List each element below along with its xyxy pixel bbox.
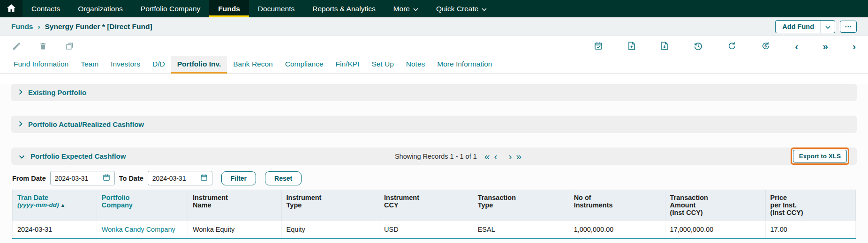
last-page-icon[interactable]: » (516, 151, 522, 161)
from-date-label: From Date (12, 175, 46, 182)
table-header-row: Tran Date (yyyy-mm-dd)▲ Portfolio Compan… (13, 190, 856, 221)
page-title: Synergy Funder * [Direct Fund] (45, 22, 152, 31)
sync-icon[interactable] (727, 41, 737, 51)
col-header-portfolio-company[interactable]: Portfolio Company (97, 190, 188, 221)
section-actual-realized-cashflow[interactable]: Portfolio Actual/Realized Cashflow (11, 116, 857, 133)
cell-instrument-type: Equity (281, 221, 379, 239)
nav-item-portfolio-company[interactable]: Portfolio Company (132, 0, 210, 17)
from-date-input[interactable]: 2024-03-31 (50, 171, 115, 185)
col-header-instrument-name[interactable]: Instrument Name (188, 190, 281, 221)
tab-notes[interactable]: Notes (400, 56, 431, 74)
breadcrumb-funds-link[interactable]: Funds (11, 22, 33, 31)
tab-compliance[interactable]: Compliance (279, 56, 330, 74)
edit-icon[interactable] (12, 42, 21, 51)
nav-item-organizations[interactable]: Organizations (69, 0, 132, 17)
tab-set-up[interactable]: Set Up (365, 56, 400, 74)
col-header-instrument-ccy[interactable]: Instrument CCY (379, 190, 473, 221)
tab-more-information[interactable]: More Information (431, 56, 498, 74)
cell-tran-date: 2024-03-31 (13, 221, 97, 239)
tab-bank-recon[interactable]: Bank Recon (227, 56, 279, 74)
tab-portfolio-inv[interactable]: Portfolio Inv. (171, 56, 227, 74)
cell-transaction-type: ESAL (473, 221, 569, 239)
navigate-previous-icon[interactable]: ‹ (795, 41, 798, 51)
reset-button[interactable]: Reset (265, 171, 302, 185)
section-title[interactable]: Portfolio Expected Cashflow (30, 152, 126, 160)
pager: « ‹ › » (484, 151, 521, 161)
cell-no-of-instruments: 1,000,000.00 (569, 221, 665, 239)
nav-item-contacts[interactable]: Contacts (23, 0, 69, 17)
next-page-icon[interactable]: › (509, 151, 512, 161)
history-icon[interactable] (693, 41, 703, 51)
fund-tabs: Fund Information Team Investors D/D Port… (0, 56, 868, 74)
col-header-transaction-amount[interactable]: Transaction Amount (Inst CCY) (665, 190, 765, 221)
top-nav: Contacts Organizations Portfolio Company… (0, 0, 868, 17)
to-date-input[interactable]: 2024-03-31 (148, 171, 212, 185)
chevron-down-icon[interactable] (19, 152, 25, 161)
sort-asc-icon[interactable]: ▲ (60, 202, 66, 208)
cashflow-filter-row: From Date 2024-03-31 To Date 2024-03-31 … (12, 171, 856, 185)
calendar-icon[interactable] (103, 174, 110, 183)
calendar-icon[interactable] (200, 174, 208, 183)
cell-instrument-name: Wonka Equity (188, 221, 281, 239)
portfolio-inv-content: Existing Portfolio Portfolio Actual/Real… (0, 84, 868, 243)
breadcrumb-actions: Add Fund ⋯ (775, 20, 857, 33)
first-page-icon[interactable]: « (484, 151, 490, 161)
col-header-tran-date[interactable]: Tran Date (yyyy-mm-dd)▲ (13, 190, 97, 221)
expected-cashflow-table: Tran Date (yyyy-mm-dd)▲ Portfolio Compan… (12, 190, 856, 239)
popout-icon[interactable] (65, 42, 74, 51)
filter-button[interactable]: Filter (221, 171, 256, 185)
chevron-down-icon (413, 5, 418, 13)
cell-instrument-ccy: USD (379, 221, 473, 239)
chevron-down-icon (482, 5, 487, 13)
nav-item-more[interactable]: More (385, 0, 427, 17)
nav-item-quick-create[interactable]: Quick Create (427, 0, 496, 17)
tab-fund-information[interactable]: Fund Information (8, 56, 75, 74)
cell-price-per-inst: 17.00 (765, 221, 855, 239)
table-row: 2024-03-31 Wonka Candy Company Wonka Equ… (13, 221, 856, 239)
add-fund-split-button: Add Fund (775, 20, 835, 33)
add-fund-dropdown-button[interactable] (821, 21, 835, 33)
file-add-icon[interactable] (627, 41, 636, 51)
add-fund-button[interactable]: Add Fund (776, 21, 821, 33)
records-pagination: Showing Records 1 - 1 of 1 « ‹ › » (131, 151, 785, 161)
chevron-right-icon (19, 88, 23, 97)
chevron-right-icon (19, 120, 23, 129)
toolbar-left-icons (12, 42, 74, 51)
tab-investors[interactable]: Investors (105, 56, 146, 74)
tab-dd[interactable]: D/D (146, 56, 171, 74)
collapse-panel-icon[interactable]: » (823, 41, 828, 51)
navigate-next-icon[interactable]: › (853, 41, 856, 51)
col-header-instrument-type[interactable]: Instrument Type (281, 190, 379, 221)
more-options-button[interactable]: ⋯ (840, 21, 857, 33)
toolbar-right-icons: $ ‹ » › (594, 41, 856, 51)
file-export-icon[interactable] (660, 41, 669, 51)
to-date-label: To Date (119, 175, 143, 182)
nav-item-documents[interactable]: Documents (249, 0, 303, 17)
section-existing-portfolio[interactable]: Existing Portfolio (11, 84, 857, 101)
section-expected-cashflow-header: Portfolio Expected Cashflow Showing Reco… (11, 147, 857, 165)
breadcrumb-bar: Funds › Synergy Funder * [Direct Fund] A… (0, 17, 868, 36)
svg-text:$: $ (765, 44, 767, 48)
col-header-transaction-type[interactable]: Transaction Type (473, 190, 569, 221)
cell-transaction-amount: 17,000,000.00 (665, 221, 765, 239)
export-to-xls-button[interactable]: Export to XLS (793, 150, 847, 162)
to-date-value: 2024-03-31 (152, 175, 186, 182)
tab-team[interactable]: Team (75, 56, 105, 74)
col-header-no-of-instruments[interactable]: No of Instruments (569, 190, 665, 221)
home-icon (7, 4, 16, 14)
home-button[interactable] (0, 0, 23, 17)
highlight-box: Export to XLS (791, 147, 849, 165)
schedule-calendar-icon[interactable] (594, 41, 603, 51)
nav-item-reports-analytics[interactable]: Reports & Analytics (303, 0, 384, 17)
cell-portfolio-company: Wonka Candy Company (97, 221, 188, 239)
breadcrumb-separator: › (38, 22, 40, 30)
chevron-down-icon (825, 22, 830, 31)
previous-page-icon[interactable]: ‹ (494, 151, 498, 161)
records-count-text: Showing Records 1 - 1 of 1 (395, 153, 477, 160)
nav-item-funds[interactable]: Funds (209, 0, 249, 17)
tab-fin-kpi[interactable]: Fin/KPI (330, 56, 366, 74)
delete-icon[interactable] (39, 42, 47, 51)
portfolio-company-link[interactable]: Wonka Candy Company (102, 226, 175, 233)
currency-sync-icon[interactable]: $ (761, 41, 770, 51)
col-header-price-per-inst[interactable]: Price per Inst. (Inst CCY) (765, 190, 855, 221)
